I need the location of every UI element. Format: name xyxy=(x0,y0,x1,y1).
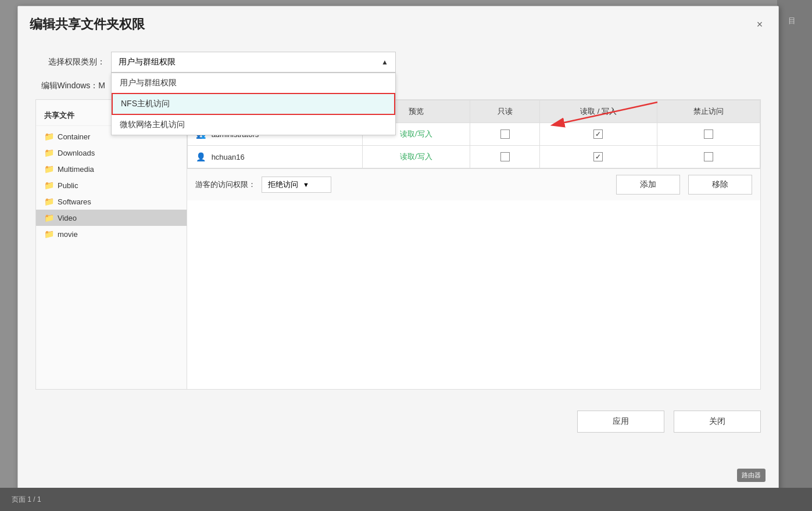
folder-icon-movie: 📁 xyxy=(44,229,54,239)
windows-label: 编辑Windows：M xyxy=(35,81,111,91)
perm-noaccess-administrators[interactable] xyxy=(657,123,760,146)
perm-readwrite-administrators[interactable] xyxy=(540,123,657,146)
select-label: 选择权限类别： xyxy=(35,57,111,67)
perm-readonly-hchuan16[interactable] xyxy=(470,146,539,168)
remove-button[interactable]: 移除 xyxy=(688,175,752,195)
folder-icon-multimedia: 📁 xyxy=(44,164,54,174)
folder-icon-softwares: 📁 xyxy=(44,197,54,206)
dialog-titlebar: 编辑共享文件夹权限 × xyxy=(18,6,778,40)
category-select[interactable]: 用户与群组权限 ▲ xyxy=(111,52,396,73)
folder-name-video: Video xyxy=(58,214,77,222)
folder-sidebar: 共享文件 📁 Container 📁 Downloads 📁 Multimedi… xyxy=(36,100,187,389)
col-header-readonly: 只读 xyxy=(470,100,539,123)
right-panel: 目 xyxy=(777,0,812,511)
watermark: 路由器 xyxy=(737,469,766,482)
dropdown-option-smb[interactable]: 微软网络主机访问 xyxy=(112,115,395,135)
folder-item-public[interactable]: 📁 Public xyxy=(36,177,187,193)
page-background: 目 编辑共享文件夹权限 × 选择权限类别： 用户与群组权限 ▲ 用户与群组权限 xyxy=(0,0,812,511)
dialog-title: 编辑共享文件夹权限 xyxy=(30,16,145,33)
page-number: 页面 1 / 1 xyxy=(12,495,41,505)
guest-select-arrow-icon: ▼ xyxy=(303,181,309,188)
guest-access-value: 拒绝访问 xyxy=(268,179,298,190)
folder-name-movie: movie xyxy=(58,230,78,239)
close-button[interactable]: × xyxy=(753,17,767,31)
user-icon: 👤 xyxy=(196,152,206,161)
guest-access-select[interactable]: 拒绝访问 ▼ xyxy=(262,177,331,193)
dropdown-option-nfs[interactable]: NFS主机访问 xyxy=(112,93,395,115)
table-bottom-bar: 游客的访问权限： 拒绝访问 ▼ 添加 移除 xyxy=(187,168,760,200)
folder-item-movie[interactable]: 📁 movie xyxy=(36,226,187,242)
right-panel-label: 目 xyxy=(777,0,806,23)
folder-item-downloads[interactable]: 📁 Downloads xyxy=(36,145,187,161)
folder-item-multimedia[interactable]: 📁 Multimedia xyxy=(36,161,187,177)
col-header-readwrite: 读取 / 写入 xyxy=(540,100,657,123)
select-category-row: 选择权限类别： 用户与群组权限 ▲ 用户与群组权限 NFS主机访问 微软网络主机… xyxy=(35,52,761,73)
checkbox-readwrite-hchuan16[interactable] xyxy=(593,152,603,161)
folder-name-container: Container xyxy=(58,132,90,141)
checkbox-readwrite-administrators[interactable] xyxy=(593,129,603,139)
perm-name-hchuan16: 👤 hchuan16 xyxy=(188,146,363,168)
folder-item-video[interactable]: 📁 Video xyxy=(36,210,187,226)
folder-name-multimedia: Multimedia xyxy=(58,165,94,174)
folder-name-public: Public xyxy=(58,181,78,190)
content-area: 共享文件 📁 Container 📁 Downloads 📁 Multimedi… xyxy=(35,99,761,390)
perm-noaccess-hchuan16[interactable] xyxy=(657,146,760,168)
perm-readonly-administrators[interactable] xyxy=(470,123,539,146)
folder-name-softwares: Softwares xyxy=(58,197,91,206)
category-select-wrapper: 用户与群组权限 ▲ 用户与群组权限 NFS主机访问 微软网络主机访问 xyxy=(111,52,396,73)
folder-item-softwares[interactable]: 📁 Softwares xyxy=(36,193,187,210)
apply-button[interactable]: 应用 xyxy=(577,411,664,433)
folder-name-downloads: Downloads xyxy=(58,149,95,157)
permissions-area: 权限 预览 只读 读取 / 写入 禁止访问 👥 xyxy=(187,100,760,389)
perm-preview-hchuan16: 读取/写入 xyxy=(362,146,470,168)
folder-icon-container: 📁 xyxy=(44,132,54,141)
folder-icon-video: 📁 xyxy=(44,213,54,222)
checkbox-readonly-hchuan16[interactable] xyxy=(500,152,510,161)
category-dropdown-menu: 用户与群组权限 NFS主机访问 微软网络主机访问 xyxy=(111,73,396,135)
perm-readwrite-hchuan16[interactable] xyxy=(540,146,657,168)
add-button[interactable]: 添加 xyxy=(616,175,680,195)
checkbox-readonly-administrators[interactable] xyxy=(500,129,510,139)
folder-icon-public: 📁 xyxy=(44,181,54,190)
col-header-noaccess: 禁止访问 xyxy=(657,100,760,123)
page-bottom-bar: 页面 1 / 1 xyxy=(0,488,812,511)
guest-access-label: 游客的访问权限： xyxy=(195,179,256,190)
select-arrow-icon: ▲ xyxy=(381,58,388,66)
dialog-body: 选择权限类别： 用户与群组权限 ▲ 用户与群组权限 NFS主机访问 微软网络主机… xyxy=(18,40,778,401)
dialog: 编辑共享文件夹权限 × 选择权限类别： 用户与群组权限 ▲ 用户与群组权限 NF… xyxy=(17,6,779,494)
category-select-value: 用户与群组权限 xyxy=(119,57,176,67)
table-row: 👤 hchuan16 读取/写入 xyxy=(188,146,760,168)
close-dialog-button[interactable]: 关闭 xyxy=(674,411,761,433)
folder-icon-downloads: 📁 xyxy=(44,148,54,157)
checkbox-noaccess-hchuan16[interactable] xyxy=(704,152,713,161)
dropdown-option-usergroup[interactable]: 用户与群组权限 xyxy=(112,73,395,93)
dialog-footer: 应用 关闭 xyxy=(18,401,778,442)
checkbox-noaccess-administrators[interactable] xyxy=(704,129,713,139)
